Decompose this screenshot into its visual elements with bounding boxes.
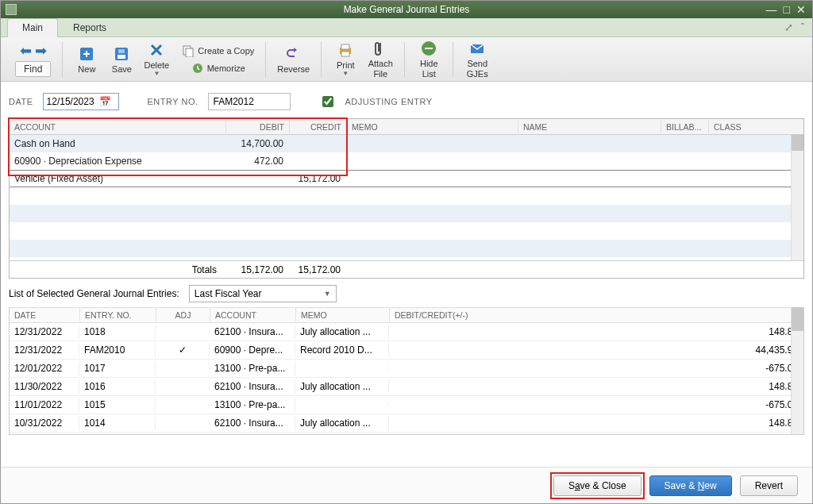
dropdown-icon: ▼ xyxy=(324,290,331,298)
lcol-memo[interactable]: MEMO xyxy=(295,309,389,321)
document-header: DATE 📅 ENTRY NO. ADJUSTING ENTRY xyxy=(1,82,812,118)
calendar-icon[interactable]: 📅 xyxy=(99,96,112,107)
lcol-adj[interactable]: ADJ xyxy=(156,309,210,321)
find-button[interactable]: ⬅ ➡ Find xyxy=(10,40,56,79)
entry-no-input[interactable] xyxy=(208,93,291,110)
list-row[interactable]: 11/30/2022101662100 · Insura...July allo… xyxy=(10,378,803,396)
memorize-button[interactable]: Memorize xyxy=(177,60,259,76)
list-row[interactable]: 12/01/2022101713100 · Pre-pa...-675.00 xyxy=(10,360,803,378)
delete-button[interactable]: Delete ▼ xyxy=(139,40,174,79)
grid-row-empty[interactable] xyxy=(10,240,803,257)
col-account[interactable]: ACCOUNT xyxy=(10,121,225,133)
lcol-date[interactable]: DATE xyxy=(10,309,79,321)
col-billable[interactable]: BILLAB... xyxy=(661,121,708,133)
grid-body[interactable]: Cash on Hand 14,700.00 60900 · Depreciat… xyxy=(10,135,803,260)
adjusting-label: ADJUSTING ENTRY xyxy=(345,97,433,106)
col-memo[interactable]: MEMO xyxy=(346,121,518,133)
create-copy-button[interactable]: Create a Copy xyxy=(177,43,259,59)
svg-rect-9 xyxy=(341,52,349,56)
svg-rect-3 xyxy=(118,49,125,53)
totals-label: Totals xyxy=(10,263,225,277)
grid-row-empty[interactable] xyxy=(10,205,803,222)
collapse-icon[interactable]: ˆ xyxy=(801,21,804,33)
find-label[interactable]: Find xyxy=(15,61,51,77)
svg-rect-11 xyxy=(425,48,433,49)
journal-grid: ACCOUNT DEBIT CREDIT MEMO NAME BILLAB...… xyxy=(9,118,804,279)
ribbon-tabs: Main Reports ⤢ ˆ xyxy=(1,18,812,37)
grid-row[interactable]: Cash on Hand 14,700.00 xyxy=(10,135,803,152)
svg-rect-8 xyxy=(341,44,349,49)
send-icon xyxy=(468,40,486,57)
attach-icon xyxy=(372,40,389,57)
grid-row-empty[interactable] xyxy=(10,222,803,240)
col-credit[interactable]: CREDIT xyxy=(289,121,346,133)
save-new-button[interactable]: Save & New xyxy=(649,475,732,496)
reverse-button[interactable]: Reverse xyxy=(272,44,314,75)
tab-reports[interactable]: Reports xyxy=(58,18,121,37)
print-dropdown-icon[interactable]: ▼ xyxy=(342,70,349,77)
hide-list-button[interactable]: Hide List xyxy=(411,38,446,79)
list-row[interactable]: 12/31/2022101862100 · Insura...July allo… xyxy=(10,323,803,341)
list-body[interactable]: 12/31/2022101862100 · Insura...July allo… xyxy=(10,323,803,434)
filter-dropdown[interactable]: Last Fiscal Year ▼ xyxy=(189,285,337,302)
grid-scrollbar[interactable] xyxy=(791,135,803,260)
list-title: List of Selected General Journal Entries… xyxy=(9,288,179,299)
svg-rect-5 xyxy=(186,48,193,57)
save-close-button[interactable]: Save & Close xyxy=(553,475,642,496)
send-gjes-button[interactable]: Send GJEs xyxy=(460,38,495,79)
delete-icon xyxy=(148,41,165,59)
col-name[interactable]: NAME xyxy=(518,121,661,133)
expand-icon[interactable]: ⤢ xyxy=(784,21,793,33)
list-row[interactable]: 11/01/2022101513100 · Pre-pa...-675.00 xyxy=(10,396,803,414)
journal-window: Make General Journal Entries — □ ✕ Main … xyxy=(0,0,813,504)
lcol-account[interactable]: ACCOUNT xyxy=(210,309,295,321)
maximize-icon[interactable]: □ xyxy=(784,3,790,16)
totals-row: Totals 15,172.00 15,172.00 xyxy=(10,260,803,278)
grid-row[interactable]: 60900 · Depreciation Expense 472.00 xyxy=(10,152,803,170)
list-row[interactable]: 10/31/2022101462100 · Insura...July allo… xyxy=(10,414,803,433)
prev-arrow-icon[interactable]: ⬅ xyxy=(20,42,32,60)
footer: Save & Close Save & New Revert xyxy=(1,467,812,503)
list-scrollbar[interactable] xyxy=(791,307,803,434)
date-input[interactable] xyxy=(44,94,99,109)
next-arrow-icon[interactable]: ➡ xyxy=(35,42,47,60)
new-icon xyxy=(78,45,95,63)
grid-row-empty[interactable] xyxy=(10,187,803,205)
adjusting-checkbox[interactable] xyxy=(322,96,333,107)
save-button[interactable]: Save xyxy=(104,44,139,75)
totals-debit: 15,172.00 xyxy=(225,263,289,277)
lcol-entry[interactable]: ENTRY. NO. xyxy=(79,309,156,321)
col-debit[interactable]: DEBIT xyxy=(225,121,289,133)
list-grid: DATE ENTRY. NO. ADJ ACCOUNT MEMO DEBIT/C… xyxy=(9,307,804,435)
attach-button[interactable]: Attach File xyxy=(363,38,398,79)
list-section: List of Selected General Journal Entries… xyxy=(1,279,812,435)
print-icon xyxy=(337,41,354,59)
tab-main[interactable]: Main xyxy=(7,18,58,37)
col-class[interactable]: CLASS xyxy=(708,121,803,133)
minimize-icon[interactable]: — xyxy=(766,3,777,16)
toolbar: ⬅ ➡ Find New Save xyxy=(1,37,812,82)
reverse-icon xyxy=(285,45,302,63)
svg-rect-2 xyxy=(118,55,125,59)
date-field[interactable]: 📅 xyxy=(43,93,119,110)
grid-row[interactable]: Vehicle (Fixed Asset) 15,172.00 xyxy=(10,170,803,187)
memorize-icon xyxy=(191,62,204,75)
date-label: DATE xyxy=(9,97,33,106)
new-button[interactable]: New xyxy=(69,44,104,75)
hide-list-icon xyxy=(420,40,437,57)
print-button[interactable]: Print ▼ xyxy=(328,40,363,79)
list-row[interactable]: 12/31/2022FAM2010✓60900 · Depre...Record… xyxy=(10,341,803,360)
lcol-dc[interactable]: DEBIT/CREDIT(+/-) xyxy=(389,309,803,321)
titlebar: Make General Journal Entries — □ ✕ xyxy=(1,1,812,18)
entry-no-label: ENTRY NO. xyxy=(148,97,198,106)
save-icon xyxy=(113,45,130,63)
window-title: Make General Journal Entries xyxy=(344,4,470,15)
delete-dropdown-icon[interactable]: ▼ xyxy=(153,70,160,77)
totals-credit: 15,172.00 xyxy=(289,263,346,277)
close-icon[interactable]: ✕ xyxy=(796,3,806,16)
system-menu-icon[interactable] xyxy=(6,4,17,15)
revert-button[interactable]: Revert xyxy=(740,475,798,496)
copy-icon xyxy=(182,44,195,57)
